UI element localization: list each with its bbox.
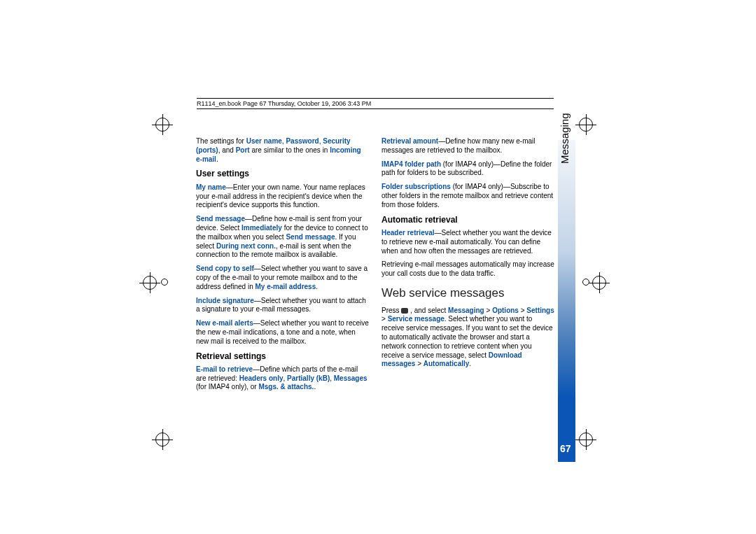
term-automatically: Automatically bbox=[424, 360, 470, 367]
text: . bbox=[316, 283, 318, 290]
crop-mark-icon bbox=[579, 118, 593, 132]
heading-retrieval-settings: Retrieval settings bbox=[196, 351, 369, 362]
para-headerretrieval: Header retrieval—Select whether you want… bbox=[382, 229, 554, 255]
heading-user-settings: User settings bbox=[196, 169, 369, 179]
para-imap4: IMAP4 folder path (for IMAP4 only)—Defin… bbox=[382, 160, 554, 178]
text: . bbox=[314, 383, 316, 391]
term-myemailaddr: My e-mail address bbox=[255, 283, 316, 290]
term-foldersub: Folder subscriptions bbox=[382, 183, 451, 190]
text: , and select bbox=[408, 307, 448, 314]
side-label: Messaging bbox=[559, 113, 570, 164]
text: > bbox=[484, 307, 492, 314]
para-retrievalamount: Retrieval amount—Define how many new e-m… bbox=[382, 137, 554, 155]
term-messaging: Messaging bbox=[448, 307, 484, 314]
text: . bbox=[216, 155, 218, 163]
crop-mark-icon bbox=[143, 276, 157, 290]
crop-mark-icon bbox=[579, 433, 593, 447]
crop-mark-icon bbox=[155, 433, 169, 447]
heading-web-service-messages: Web service messages bbox=[382, 286, 554, 301]
text: . bbox=[469, 360, 471, 367]
page-header: R1114_en.book Page 67 Thursday, October … bbox=[197, 98, 554, 109]
term-headersonly: Headers only bbox=[239, 374, 284, 382]
term-myname: My name bbox=[196, 183, 226, 191]
heading-automatic-retrieval: Automatic retrieval bbox=[382, 215, 554, 225]
para-myname: My name—Enter your own name. Your name r… bbox=[196, 183, 369, 210]
term-password: Password bbox=[286, 137, 318, 145]
term-retrievalamount: Retrieval amount bbox=[382, 137, 438, 145]
term-emailretrieve: E-mail to retrieve bbox=[196, 365, 253, 373]
term-settings: Settings bbox=[526, 307, 554, 314]
text: are similar to the ones in bbox=[250, 146, 330, 154]
term-servicemessage: Service message bbox=[388, 315, 444, 323]
crop-mark-icon bbox=[155, 118, 169, 132]
text: (for IMAP4 only), or bbox=[196, 383, 258, 391]
term-sendmsg2: Send message bbox=[286, 233, 335, 241]
term-username: User name bbox=[246, 137, 282, 145]
para-sendcopy: Send copy to self—Select whether you wan… bbox=[196, 265, 369, 291]
text: The settings for bbox=[196, 137, 246, 145]
para-sendmessage: Send message—Define how e-mail is sent f… bbox=[196, 215, 369, 260]
para-autonote: Retrieving e-mail messages automatically… bbox=[382, 260, 554, 279]
term-duringnext: During next conn. bbox=[216, 242, 276, 250]
pin-mark-icon bbox=[582, 279, 589, 286]
side-tab bbox=[558, 140, 575, 462]
crop-mark-icon bbox=[592, 276, 606, 290]
term-partially: Partially (kB) bbox=[287, 374, 330, 382]
text: Press bbox=[382, 307, 401, 314]
text: > bbox=[519, 307, 526, 314]
term-signature: Include signature bbox=[196, 297, 254, 304]
pin-mark-icon bbox=[161, 279, 168, 286]
page-number: 67 bbox=[560, 443, 571, 454]
term-messages: Messages bbox=[334, 374, 368, 382]
right-column: Retrieval amount—Define how many new e-m… bbox=[382, 137, 554, 397]
term-headerretrieval: Header retrieval bbox=[382, 229, 435, 237]
term-sendcopy: Send copy to self bbox=[196, 265, 254, 272]
content-area: The settings for User name, Password, Se… bbox=[196, 137, 554, 397]
para-foldersub: Folder subscriptions (for IMAP4 only)—Su… bbox=[382, 183, 554, 209]
term-sendmessage: Send message bbox=[196, 215, 245, 223]
term-port: Port bbox=[236, 146, 250, 154]
term-imap4: IMAP4 folder path bbox=[382, 160, 441, 168]
left-column: The settings for User name, Password, Se… bbox=[196, 137, 369, 397]
text: > bbox=[415, 360, 423, 367]
para-emailretrieve: E-mail to retrieve—Define which parts of… bbox=[196, 365, 369, 392]
term-msgsattachs: Msgs. & attachs. bbox=[258, 383, 314, 391]
para-alerts: New e-mail alerts—Select whether you wan… bbox=[196, 319, 369, 346]
term-options: Options bbox=[492, 307, 519, 314]
term-immediately: Immediately bbox=[241, 224, 282, 232]
text: , and bbox=[218, 146, 236, 154]
menu-key-icon bbox=[401, 308, 408, 314]
term-alerts: New e-mail alerts bbox=[196, 319, 253, 327]
intro-text: The settings for User name, Password, Se… bbox=[196, 137, 369, 164]
text: > bbox=[382, 315, 388, 323]
para-webservice: Press , and select Messaging > Options >… bbox=[382, 307, 554, 370]
para-signature: Include signature—Select whether you wan… bbox=[196, 297, 369, 315]
